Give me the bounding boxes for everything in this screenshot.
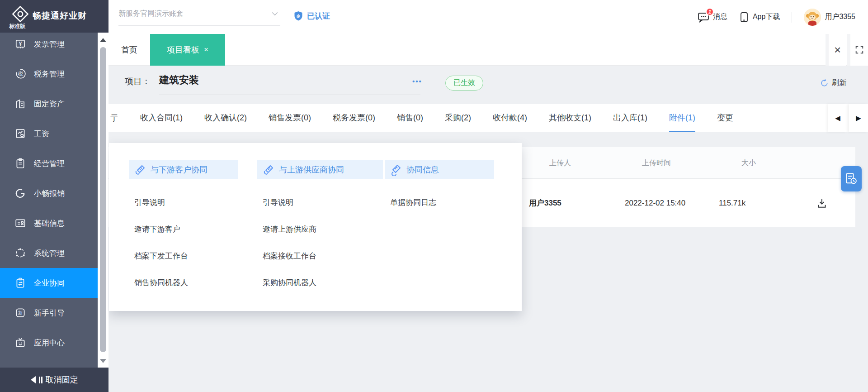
subtab-scroll-right-icon[interactable]: ▶ — [849, 104, 868, 132]
menu-item-guide-upstream[interactable]: 引导说明 — [263, 189, 316, 216]
account-selector[interactable]: 新服务官网演示账套 — [118, 9, 280, 26]
megamenu-header-downstream[interactable]: 与下游客户协同 — [129, 160, 238, 179]
sidebar-item-collab[interactable]: 企业协同 — [0, 268, 98, 298]
shield-icon: 企 — [293, 10, 304, 21]
col-uploader: 上传人 — [549, 147, 571, 179]
sidebar-item-salary[interactable]: 工资 — [0, 119, 98, 148]
subtab-change[interactable]: 变更 — [717, 104, 733, 132]
download-button[interactable] — [816, 197, 828, 209]
sidebar-item-label: 新手引导 — [34, 308, 65, 318]
subtab-attachments[interactable]: 附件(1) — [669, 104, 695, 132]
app-download-button[interactable]: App下载 — [739, 12, 780, 23]
tab-project-board[interactable]: 项目看板 × — [150, 34, 225, 66]
col-upload-time: 上传时间 — [642, 147, 671, 179]
fixed-assets-icon — [14, 98, 26, 110]
subtab-inout[interactable]: 出入库(1) — [613, 104, 647, 132]
sidebar: 畅捷通好业财 标准版 ¥ 发票管理 税 — [0, 0, 108, 392]
sidebar-item-label: 应用中心 — [34, 338, 65, 348]
project-name: 建筑安装 — [159, 73, 199, 87]
subtab-income-confirm[interactable]: 收入确认(2) — [204, 104, 247, 132]
tab-bar: 首页 项目看板 × × — [108, 34, 868, 66]
cell-uploader: 用户3355 — [529, 179, 561, 227]
menu-item-archive-receive[interactable]: 档案接收工作台 — [263, 243, 316, 269]
subtab-bar: 亍 收入合同(1) 收入确认(2) 销售发票(0) 税务发票(0) 销售(0) … — [108, 104, 868, 132]
system-icon — [14, 247, 26, 259]
col-size: 大小 — [741, 147, 756, 179]
unpin-label: 取消固定 — [46, 374, 78, 385]
base-info-icon — [14, 217, 26, 229]
subtab-scroll-left-icon[interactable]: ◀ — [828, 104, 847, 132]
sidebar-item-invoice[interactable]: ¥ 发票管理 — [0, 29, 98, 59]
sidebar-item-tax[interactable]: 税 税务管理 — [0, 59, 98, 89]
topbar-right: 1 消息 App下载 — [698, 0, 855, 34]
sidebar-item-label: 经营管理 — [34, 158, 65, 169]
menu-item-guide-downstream[interactable]: 引导说明 — [134, 189, 188, 216]
subtab-other[interactable]: 其他收支(1) — [549, 104, 591, 132]
svg-text:新: 新 — [18, 310, 23, 316]
collab-log-button[interactable] — [841, 166, 862, 191]
subtab-tax-invoice[interactable]: 税务发票(0) — [333, 104, 375, 132]
menu-item-invite-downstream[interactable]: 邀请下游客户 — [134, 216, 188, 243]
sidebar-item-fixed-assets[interactable]: 固定资产 — [0, 89, 98, 119]
refresh-label: 刷新 — [832, 78, 846, 88]
sidebar-item-label: 工资 — [34, 129, 49, 139]
svg-text:¥: ¥ — [19, 41, 22, 47]
megamenu-header-collab-info[interactable]: 协同信息 — [385, 160, 494, 179]
refresh-button[interactable]: 刷新 — [820, 78, 846, 88]
messages-button[interactable]: 1 消息 — [698, 12, 727, 23]
menu-item-purchase-robot[interactable]: 采购协同机器人 — [263, 269, 316, 296]
scroll-up-icon[interactable] — [100, 38, 106, 42]
subtab-sales-invoice[interactable]: 销售发票(0) — [269, 104, 311, 132]
chevron-down-icon — [270, 9, 279, 18]
megamenu-header-upstream[interactable]: 与上游供应商协同 — [257, 160, 383, 179]
collapse-arrow-icon — [31, 376, 36, 383]
fullscreen-button[interactable] — [847, 34, 868, 66]
menu-item-sales-robot[interactable]: 销售协同机器人 — [134, 269, 188, 296]
cell-upload-time: 2022-12-02 15:40 — [625, 179, 685, 227]
megamenu-col-upstream: 引导说明 邀请上游供应商 档案接收工作台 采购协同机器人 — [263, 189, 316, 296]
menu-item-doc-collab-log[interactable]: 单据协同日志 — [390, 189, 436, 216]
unpin-sidebar-button[interactable]: 取消固定 — [0, 368, 108, 392]
scrollbar-thumb[interactable] — [100, 47, 106, 352]
subtab-sales[interactable]: 销售(0) — [397, 104, 423, 132]
subtab-purchase[interactable]: 采购(2) — [445, 104, 471, 132]
sidebar-menu: ¥ 发票管理 税 税务管理 — [0, 29, 98, 358]
subtab-payments[interactable]: 收付款(4) — [493, 104, 527, 132]
invoice-icon: ¥ — [14, 38, 26, 50]
sidebar-scrollbar[interactable] — [98, 33, 108, 368]
salary-icon — [14, 128, 26, 139]
username: 用户3355 — [825, 12, 855, 22]
project-underline — [159, 95, 420, 95]
menu-item-invite-upstream[interactable]: 邀请上游供应商 — [263, 216, 316, 243]
tab-close-icon[interactable]: × — [204, 45, 208, 54]
cell-size: 115.71k — [719, 179, 745, 227]
sidebar-item-business[interactable]: 经营管理 — [0, 148, 98, 178]
refresh-icon — [820, 79, 829, 87]
more-button[interactable]: ••• — [412, 77, 422, 85]
subtab-partial[interactable]: 亍 — [110, 104, 118, 132]
sidebar-item-label: 系统管理 — [34, 248, 65, 258]
close-view-button[interactable]: × — [826, 34, 846, 66]
brand-name: 畅捷通好业财 — [33, 10, 87, 22]
handshake-icon — [133, 163, 146, 176]
collab-icon — [14, 277, 26, 289]
verified-badge: 企 已认证 — [293, 10, 330, 21]
sidebar-item-base-info[interactable]: 基础信息 — [0, 208, 98, 238]
handshake-icon — [389, 163, 402, 176]
sidebar-item-reimburse[interactable]: 小畅报销 — [0, 178, 98, 208]
sidebar-item-system[interactable]: 系统管理 — [0, 238, 98, 268]
verified-label: 已认证 — [307, 11, 330, 21]
app-download-label: App下载 — [753, 12, 780, 22]
app-root: 畅捷通好业财 标准版 ¥ 发票管理 税 — [0, 0, 868, 392]
handshake-icon — [262, 163, 274, 176]
topbar: 新服务官网演示账套 企 已认证 — [108, 0, 868, 34]
sidebar-item-guide[interactable]: 新 新手引导 — [0, 298, 98, 328]
sidebar-item-app-center[interactable]: 应用中心 — [0, 328, 98, 358]
subtab-income-contract[interactable]: 收入合同(1) — [140, 104, 183, 132]
user-menu[interactable]: 用户3355 — [804, 9, 855, 26]
menu-item-archive-dispatch[interactable]: 档案下发工作台 — [134, 243, 188, 269]
tab-home[interactable]: 首页 — [108, 34, 150, 66]
scroll-down-icon[interactable] — [100, 359, 106, 363]
doc-clock-icon — [845, 172, 858, 186]
tax-icon: 税 — [14, 68, 26, 80]
